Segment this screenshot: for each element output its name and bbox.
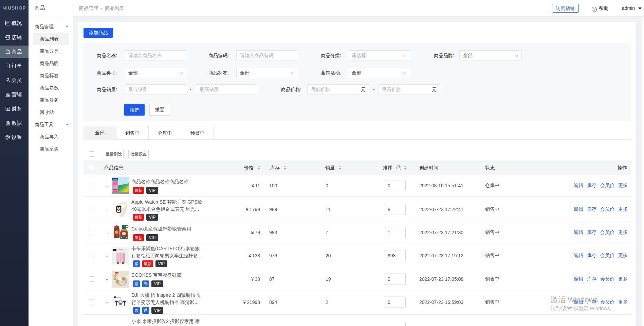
svg-text:Haier: Haier: [113, 178, 117, 181]
